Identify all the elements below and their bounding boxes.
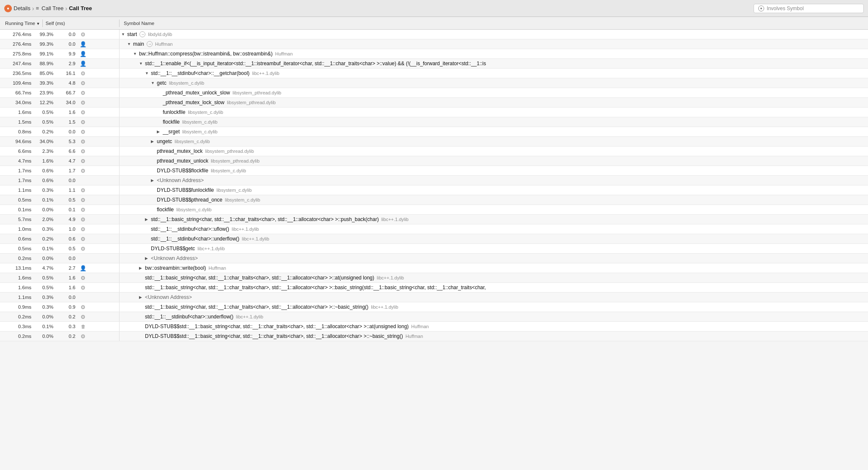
running-time-cell: 109.4ms bbox=[0, 80, 34, 86]
function-name: _pthread_mutex_unlock_slow bbox=[163, 90, 230, 96]
symbol-name-header[interactable]: Symbol Name bbox=[120, 21, 868, 26]
function-name: std::__1::__stdinbuf<char>::underflow() bbox=[145, 314, 234, 320]
navigate-circle-button[interactable]: → bbox=[147, 41, 153, 47]
navigate-circle-button[interactable]: → bbox=[139, 31, 145, 37]
row-icon: ⚙ bbox=[78, 236, 88, 242]
self-cell: 0.2 bbox=[56, 314, 78, 319]
tree-triangle bbox=[145, 227, 150, 231]
running-time-header[interactable]: Running Time bbox=[3, 21, 42, 26]
function-name: start bbox=[127, 31, 137, 37]
tree-indent bbox=[121, 314, 139, 320]
table-row: 247.4ms88.9%2.9👤 ▼std::__1::enable_if<(_… bbox=[0, 59, 868, 69]
symbol-name-cell: pthread_mutex_locklibsystem_pthread.dyli… bbox=[120, 148, 868, 154]
row-icon: ⚙ bbox=[78, 285, 88, 291]
pct-cell: 0.1% bbox=[34, 324, 56, 329]
self-cell: 0.0 bbox=[56, 295, 78, 300]
self-cell: 1.5 bbox=[56, 119, 78, 124]
pct-cell: 0.3% bbox=[34, 295, 56, 300]
tree-triangle bbox=[151, 207, 156, 212]
table-row: 1.7ms0.6%1.7⚙ DYLD-STUB$$flockfilelibsys… bbox=[0, 166, 868, 176]
tree-triangle[interactable]: ▼ bbox=[133, 52, 138, 56]
tree-triangle[interactable]: ▶ bbox=[151, 139, 156, 144]
table-row: 276.4ms99.3%0.0⚙▼start→libdyld.dylib bbox=[0, 30, 868, 39]
calltree-nav-label[interactable]: Call Tree bbox=[42, 5, 64, 11]
table-row: 0.2ms0.0%0.2⚙ DYLD-STUB$$std::__1::basic… bbox=[0, 332, 868, 341]
left-cols: 6.6ms2.3%6.6⚙ bbox=[0, 147, 120, 156]
table-row: 0.5ms0.1%0.5⚙ DYLD-STUB$$pthread_oncelib… bbox=[0, 195, 868, 205]
pct-cell: 39.3% bbox=[34, 80, 56, 86]
library-name: libsystem_pthread.dylib bbox=[205, 149, 254, 154]
symbol-name-cell: ▼getclibsystem_c.dylib bbox=[120, 80, 868, 86]
tree-triangle bbox=[139, 305, 144, 309]
tree-indent bbox=[121, 255, 145, 261]
involves-symbol-label[interactable]: Involves Symbol bbox=[767, 6, 804, 11]
library-name: libc++.1.dylib bbox=[252, 71, 279, 76]
call-tree-table: 276.4ms99.3%0.0⚙▼start→libdyld.dylib276.… bbox=[0, 30, 868, 470]
calltree-label[interactable]: Call Tree bbox=[69, 5, 92, 11]
tree-triangle[interactable]: ▶ bbox=[157, 130, 162, 134]
table-row: 0.2ms0.0%0.0 ▶<Unknown Address> bbox=[0, 254, 868, 263]
tree-triangle[interactable]: ▶ bbox=[145, 217, 150, 221]
self-cell: 4.8 bbox=[56, 80, 78, 86]
tree-triangle[interactable]: ▼ bbox=[139, 61, 144, 66]
symbol-name-cell: ▼std::__1::enable_if<(__is_input_iterato… bbox=[120, 61, 868, 66]
tree-triangle[interactable]: ▼ bbox=[127, 42, 132, 46]
library-name: libsystem_c.dylib bbox=[169, 80, 204, 86]
person-icon: 👤 bbox=[80, 51, 86, 57]
tree-indent bbox=[121, 51, 133, 57]
tree-triangle[interactable]: ▶ bbox=[151, 178, 156, 182]
pct-cell: 88.9% bbox=[34, 61, 56, 66]
breadcrumb-calltree-nav[interactable]: ≡ Call Tree bbox=[36, 5, 64, 11]
symbol-name-cell: ▶<Unknown Address> bbox=[120, 255, 868, 261]
tree-indent bbox=[121, 294, 139, 300]
function-name: <Unknown Address> bbox=[151, 255, 198, 261]
table-row: 4.7ms1.6%4.7⚙ pthread_mutex_unlocklibsys… bbox=[0, 156, 868, 166]
tree-indent bbox=[121, 197, 151, 203]
row-icon: ⚙ bbox=[78, 129, 88, 135]
tree-triangle[interactable]: ▼ bbox=[145, 71, 150, 75]
self-ms-header[interactable]: Self (ms) bbox=[43, 21, 67, 26]
function-name: flockfile bbox=[157, 207, 174, 213]
tree-triangle[interactable]: ▶ bbox=[139, 266, 144, 270]
self-cell: 0.0 bbox=[56, 32, 78, 37]
details-label[interactable]: Details bbox=[14, 5, 31, 11]
table-row: 1.1ms0.3%0.0 ▶<Unknown Address> bbox=[0, 293, 868, 302]
running-time-cell: 1.0ms bbox=[0, 227, 34, 232]
tree-triangle bbox=[139, 276, 144, 280]
self-cell: 2.9 bbox=[56, 61, 78, 66]
pct-cell: 0.6% bbox=[34, 178, 56, 183]
running-time-cell: 1.6ms bbox=[0, 110, 34, 115]
gear-icon: ⚙ bbox=[81, 216, 86, 223]
tree-triangle[interactable]: ▶ bbox=[145, 256, 150, 260]
pct-cell: 2.0% bbox=[34, 217, 56, 222]
breadcrumb-details[interactable]: ● Details bbox=[4, 5, 31, 12]
row-icon: ⚙ bbox=[78, 246, 88, 252]
breadcrumb-calltree[interactable]: Call Tree bbox=[69, 5, 92, 11]
left-cols: 0.2ms0.0%0.0 bbox=[0, 254, 120, 263]
row-icon: ⚙ bbox=[78, 119, 88, 125]
pct-cell: 0.0% bbox=[34, 334, 56, 339]
tree-triangle bbox=[139, 315, 144, 319]
gear-icon: ⚙ bbox=[81, 148, 86, 155]
pct-cell: 0.5% bbox=[34, 119, 56, 124]
search-circle-icon bbox=[758, 6, 764, 11]
symbol-name-cell: std::__1::basic_string<char, std::__1::c… bbox=[120, 275, 868, 281]
tree-indent bbox=[121, 90, 157, 96]
tree-triangle[interactable]: ▼ bbox=[151, 81, 156, 85]
pct-cell: 23.9% bbox=[34, 90, 56, 95]
tree-triangle bbox=[151, 169, 156, 173]
running-time-cell: 1.5ms bbox=[0, 119, 34, 124]
pct-cell: 34.0% bbox=[34, 139, 56, 144]
gear-icon: ⚙ bbox=[81, 285, 86, 291]
self-cell: 0.0 bbox=[56, 178, 78, 183]
tree-triangle[interactable]: ▼ bbox=[121, 32, 126, 36]
tree-triangle[interactable]: ▶ bbox=[139, 295, 144, 299]
function-name: funlockfile bbox=[163, 109, 185, 115]
self-cell: 1.6 bbox=[56, 285, 78, 290]
symbol-name-cell: DYLD-STUB$$flockfilelibsystem_c.dylib bbox=[120, 168, 868, 174]
self-cell: 34.0 bbox=[56, 100, 78, 105]
left-cols: 4.7ms1.6%4.7⚙ bbox=[0, 156, 120, 166]
involves-symbol-search[interactable]: Involves Symbol bbox=[754, 4, 864, 13]
symbol-name-cell: ▶bw::ostreambin::write(bool)Huffman bbox=[120, 265, 868, 271]
symbol-name-cell: std::__1::__stdinbuf<char>::underflow()l… bbox=[120, 314, 868, 320]
